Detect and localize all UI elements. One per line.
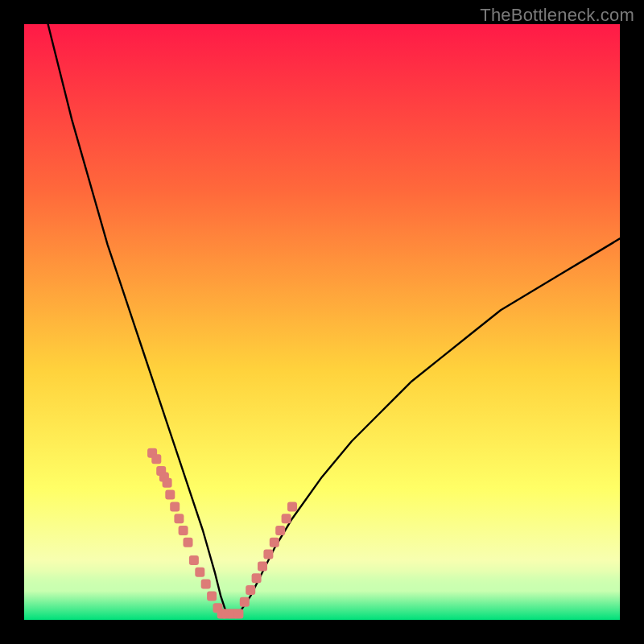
watermark-text: TheBottleneck.com: [480, 5, 634, 26]
curve-dot: [258, 561, 267, 571]
plot-area: [24, 24, 620, 620]
curve-dot: [195, 568, 204, 577]
bottleneck-curve: [48, 24, 620, 614]
curve-dot: [270, 538, 279, 547]
curve-dot: [233, 609, 243, 619]
chart-frame: TheBottleneck.com: [0, 0, 644, 644]
curve-dot: [189, 555, 199, 565]
curve-dot: [207, 591, 217, 601]
curve-dot: [165, 490, 175, 500]
curve-dot: [246, 585, 255, 595]
curve-dot: [252, 573, 262, 583]
curve-dot: [184, 538, 193, 547]
curve-dot: [240, 597, 250, 607]
curve-layer: [24, 24, 620, 620]
curve-dot: [170, 502, 180, 511]
curve-dot: [151, 454, 161, 464]
curve-dot: [275, 526, 285, 535]
curve-dot: [282, 514, 291, 523]
curve-dot: [163, 478, 172, 488]
curve-dot: [263, 550, 273, 559]
curve-dot: [179, 526, 188, 535]
curve-dot: [287, 502, 297, 511]
curve-dot: [201, 580, 211, 589]
curve-dot: [174, 514, 184, 523]
curve-dots: [147, 448, 297, 619]
